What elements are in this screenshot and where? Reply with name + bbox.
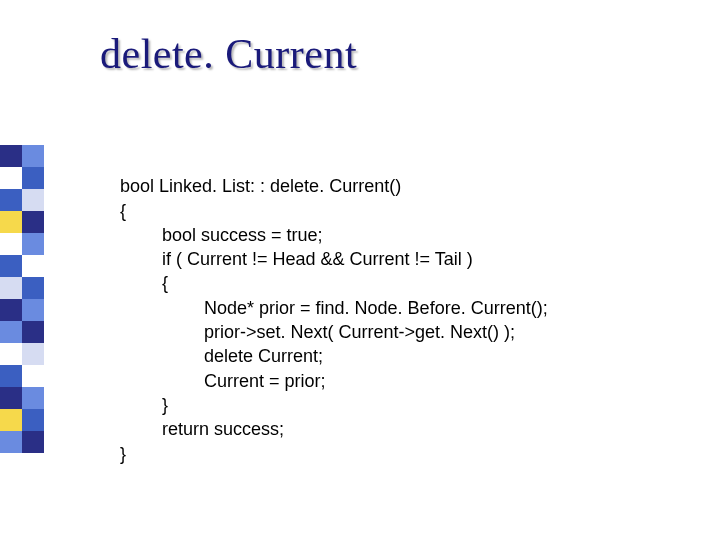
code-line: bool Linked. List: : delete. Current(): [120, 176, 401, 196]
code-line: bool success = true;: [120, 223, 323, 247]
code-line: if ( Current != Head && Current != Tail …: [120, 247, 473, 271]
code-line: }: [120, 444, 126, 464]
code-line: {: [120, 201, 126, 221]
decorative-sidebar: [0, 145, 44, 453]
code-line: prior->set. Next( Current->get. Next() )…: [120, 320, 515, 344]
code-line: {: [120, 271, 168, 295]
code-line: }: [120, 393, 168, 417]
code-block: bool Linked. List: : delete. Current() {…: [120, 150, 548, 490]
slide: delete. Current bool Linked. List: : del…: [0, 0, 720, 540]
code-line: Current = prior;: [120, 369, 326, 393]
code-line: delete Current;: [120, 344, 323, 368]
code-line: Node* prior = find. Node. Before. Curren…: [120, 296, 548, 320]
slide-title: delete. Current: [100, 30, 357, 78]
code-line: return success;: [120, 417, 284, 441]
